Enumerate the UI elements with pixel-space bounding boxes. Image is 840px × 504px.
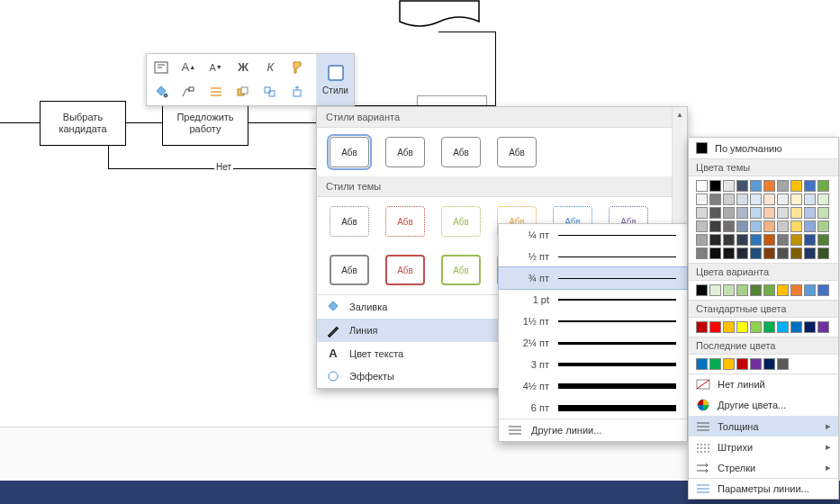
color-swatch[interactable]: [817, 284, 829, 296]
diagram-canvas[interactable]: Выбрать кандидата Предложить работу Нет …: [0, 0, 840, 504]
color-swatch[interactable]: [750, 321, 762, 333]
line-weight-5[interactable]: 2¼ пт: [499, 332, 687, 354]
bold-button[interactable]: Ж: [232, 58, 254, 77]
color-swatch[interactable]: [736, 321, 748, 333]
color-swatch[interactable]: [817, 180, 829, 192]
color-swatch[interactable]: [777, 321, 789, 333]
color-swatch[interactable]: [777, 180, 789, 192]
color-swatch[interactable]: [709, 207, 721, 219]
color-swatch[interactable]: [804, 234, 816, 246]
color-swatch[interactable]: [750, 284, 762, 296]
color-swatch[interactable]: [804, 194, 816, 205]
style-theme-3[interactable]: Абв: [441, 206, 481, 237]
color-swatch[interactable]: [763, 180, 775, 192]
color-swatch[interactable]: [709, 234, 721, 246]
color-swatch[interactable]: [763, 194, 775, 205]
color-swatch[interactable]: [817, 321, 829, 333]
group-button[interactable]: [259, 82, 281, 102]
color-swatch[interactable]: [763, 234, 775, 246]
color-swatch[interactable]: [709, 180, 721, 192]
color-swatch[interactable]: [763, 248, 775, 259]
color-swatch[interactable]: [736, 234, 748, 246]
rotate-button[interactable]: [287, 82, 309, 102]
align-button[interactable]: [205, 82, 227, 102]
color-swatch[interactable]: [696, 194, 708, 205]
line-weight-6[interactable]: 3 пт: [499, 354, 687, 375]
style-theme-7[interactable]: Абв: [330, 255, 369, 285]
color-swatch[interactable]: [817, 220, 829, 232]
styles-button[interactable]: Стили: [316, 54, 354, 105]
color-swatch[interactable]: [736, 358, 748, 370]
color-swatch[interactable]: [817, 248, 829, 259]
color-swatch[interactable]: [763, 207, 775, 219]
arrows-item[interactable]: Стрелки ▸: [689, 457, 838, 478]
color-swatch[interactable]: [763, 358, 775, 370]
connector-top-v[interactable]: [495, 32, 496, 106]
color-swatch[interactable]: [750, 248, 762, 259]
color-swatch[interactable]: [750, 358, 762, 370]
line-weight-2[interactable]: ¾ пт: [498, 266, 688, 290]
fill-button[interactable]: [150, 82, 172, 102]
color-swatch[interactable]: [750, 180, 762, 192]
style-theme-1[interactable]: Абв: [330, 206, 369, 237]
line-weight-4[interactable]: 1½ пт: [499, 310, 687, 332]
color-swatch[interactable]: [763, 284, 775, 296]
color-swatch[interactable]: [736, 284, 748, 296]
color-swatch[interactable]: [736, 248, 748, 259]
color-swatch[interactable]: [790, 220, 802, 232]
color-swatch[interactable]: [750, 194, 762, 205]
color-swatch[interactable]: [804, 220, 816, 232]
color-swatch[interactable]: [709, 248, 721, 259]
color-swatch[interactable]: [777, 220, 789, 232]
color-swatch[interactable]: [777, 194, 789, 205]
color-swatch[interactable]: [723, 248, 735, 259]
color-swatch[interactable]: [736, 207, 748, 219]
more-lines-item[interactable]: Другие линии...: [499, 418, 687, 441]
line-weight-7[interactable]: 4½ пт: [499, 375, 687, 397]
color-swatch[interactable]: [696, 234, 708, 246]
color-swatch[interactable]: [750, 220, 762, 232]
dashes-item[interactable]: Штрихи ▸: [689, 436, 838, 457]
color-swatch[interactable]: [790, 321, 802, 333]
color-swatch[interactable]: [709, 321, 721, 333]
color-swatch[interactable]: [804, 321, 816, 333]
italic-button[interactable]: К: [259, 58, 281, 77]
color-swatch[interactable]: [790, 248, 802, 259]
more-colors-item[interactable]: Другие цвета...: [689, 394, 838, 416]
color-swatch[interactable]: [750, 207, 762, 219]
color-swatch[interactable]: [723, 180, 735, 192]
color-swatch[interactable]: [709, 358, 721, 370]
color-swatch[interactable]: [763, 220, 775, 232]
font-grow-button[interactable]: A▲: [177, 58, 199, 77]
color-swatch[interactable]: [750, 234, 762, 246]
document-shape-top[interactable]: [399, 0, 480, 31]
color-swatch[interactable]: [723, 321, 735, 333]
color-swatch[interactable]: [696, 358, 708, 370]
font-shrink-button[interactable]: A▼: [205, 58, 227, 77]
line-weight-0[interactable]: ¼ пт: [499, 224, 687, 246]
color-swatch[interactable]: [804, 284, 816, 296]
color-swatch[interactable]: [777, 234, 789, 246]
default-color-item[interactable]: По умолчанию: [689, 138, 838, 158]
format-painter-button[interactable]: [287, 58, 309, 77]
color-swatch[interactable]: [696, 284, 708, 296]
style-theme-2[interactable]: Абв: [385, 206, 425, 237]
color-swatch[interactable]: [723, 194, 735, 205]
color-swatch[interactable]: [777, 284, 789, 296]
style-variant-1[interactable]: Абв: [330, 137, 369, 167]
style-variant-2[interactable]: Абв: [385, 137, 425, 167]
line-weight-3[interactable]: 1 pt: [499, 289, 687, 310]
color-swatch[interactable]: [790, 180, 802, 192]
connector-2[interactable]: [126, 122, 162, 123]
line-weight-1[interactable]: ½ пт: [499, 246, 687, 267]
color-swatch[interactable]: [790, 234, 802, 246]
line-weight-8[interactable]: 6 пт: [499, 397, 687, 418]
color-swatch[interactable]: [804, 207, 816, 219]
color-swatch[interactable]: [696, 220, 708, 232]
connector-3[interactable]: [248, 122, 318, 123]
line-options-item[interactable]: Параметры линии...: [689, 478, 838, 499]
weight-item[interactable]: Толщина ▸: [689, 416, 838, 436]
color-swatch[interactable]: [790, 207, 802, 219]
color-swatch[interactable]: [763, 321, 775, 333]
color-swatch[interactable]: [696, 248, 708, 259]
